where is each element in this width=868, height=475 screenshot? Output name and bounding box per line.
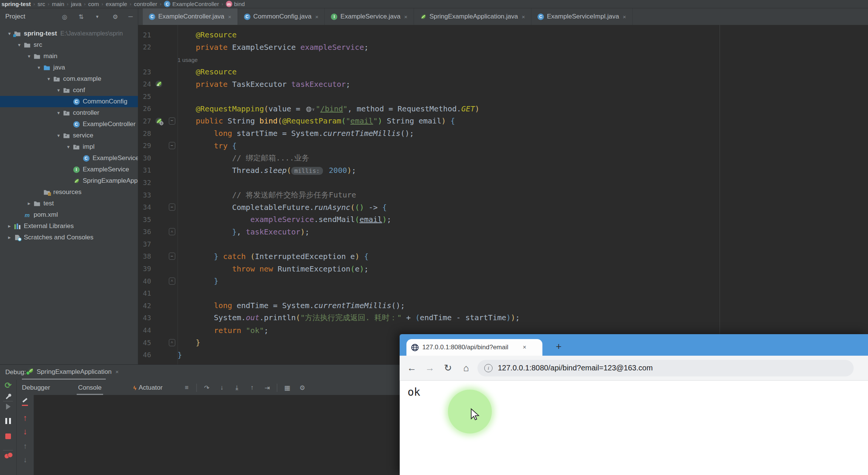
tree-item-resources[interactable]: resources <box>0 187 138 198</box>
locate-icon[interactable]: ◎ <box>62 13 67 20</box>
evaluate-icon[interactable]: ▦ <box>280 384 295 392</box>
breadcrumb-item[interactable]: mbind <box>226 1 245 7</box>
editor-tab[interactable]: SpringExampleApplication.java× <box>414 8 531 25</box>
run-to-cursor-icon[interactable]: ⇥ <box>259 384 275 392</box>
code-line[interactable]: 34− CompletableFuture.runAsync(() -> { <box>138 201 868 213</box>
fold-marker-end[interactable]: ˄ <box>169 339 175 346</box>
usage-hint[interactable]: 1 usage <box>178 57 198 63</box>
rerun-icon[interactable]: ⟳ <box>0 381 16 390</box>
tree-item-conf[interactable]: ▼conf <box>0 85 138 96</box>
tree-item-service[interactable]: ▼service <box>0 130 138 141</box>
tree-item-controller[interactable]: ▼controller <box>0 107 138 119</box>
stop-icon[interactable] <box>0 431 16 441</box>
arrow-up-red-icon[interactable]: ↑ <box>17 413 34 423</box>
bean-icon[interactable]: ➜ <box>155 80 162 88</box>
tree-chevron-right-icon[interactable]: ▶ <box>5 236 14 239</box>
tree-item-exampleservice[interactable]: IExampleService <box>0 164 138 175</box>
url-mapping-icon[interactable]: ∨ <box>306 106 315 112</box>
tab-close-icon[interactable]: × <box>315 14 319 20</box>
collapse-all-icon[interactable]: ⇅ <box>79 13 83 20</box>
tree-chevron-down-icon[interactable]: ▼ <box>25 54 33 59</box>
code-line[interactable]: 24➜ private TaskExecutor taskExecutor; <box>138 78 868 90</box>
code-editor[interactable]: 21 @Resource22 private ExampleService ex… <box>138 25 868 364</box>
code-line[interactable]: 23 @Resource <box>138 66 868 78</box>
info-icon[interactable]: i <box>484 364 493 372</box>
tree-item-test[interactable]: ▶test <box>0 198 138 209</box>
tab-close-icon[interactable]: × <box>404 14 408 20</box>
code-line[interactable]: 21 @Resource <box>138 29 868 41</box>
code-line[interactable]: 36˄ }, taskExecutor); <box>138 226 868 238</box>
browser-tab[interactable]: 127.0.0.1:8080/api/bind?email × <box>406 339 542 356</box>
debug-tab-debugger[interactable]: Debugger <box>17 381 56 395</box>
list-icon[interactable]: ≡ <box>179 384 194 392</box>
step-out-icon[interactable]: ↑ <box>244 384 259 392</box>
editor-tab[interactable]: CExampleController.java× <box>143 8 238 25</box>
code-line[interactable]: 39 throw new RuntimeException(e); <box>138 262 868 275</box>
code-line[interactable]: 28 long startTime = System.currentTimeMi… <box>138 127 868 140</box>
breadcrumb-item[interactable]: com <box>88 1 99 7</box>
code-line[interactable]: 29− try { <box>138 139 868 152</box>
breakpoints-icon[interactable] <box>0 451 16 461</box>
run-config-tab[interactable]: SpringExampleApplication × <box>27 367 119 376</box>
code-line[interactable]: 42 long endTime = System.currentTimeMill… <box>138 299 868 312</box>
tree-item-main[interactable]: ▼main <box>0 51 138 62</box>
home-button[interactable]: ⌂ <box>457 362 475 373</box>
code-line[interactable]: 1 usage <box>138 53 868 66</box>
code-line[interactable]: 25 <box>138 90 868 103</box>
breadcrumb-item[interactable]: main <box>52 1 65 7</box>
fold-marker-open[interactable]: − <box>169 204 175 211</box>
tree-item-spring-test[interactable]: ▼spring-testE:\Java\examples\sprin <box>0 28 138 39</box>
tab-close-icon[interactable]: × <box>523 344 526 351</box>
settings-icon[interactable]: ⚙ <box>113 13 118 20</box>
tab-close-icon[interactable]: × <box>228 14 232 20</box>
tree-item-impl[interactable]: ▼impl <box>0 141 138 153</box>
tree-chevron-down-icon[interactable]: ▼ <box>54 88 63 93</box>
code-line[interactable]: 35 exampleService.sendMail(email); <box>138 213 868 226</box>
fold-marker-open[interactable]: − <box>169 142 175 149</box>
debug-tab-console[interactable]: Console <box>73 381 107 395</box>
tree-chevron-down-icon[interactable]: ▼ <box>5 31 14 36</box>
mapping-icon[interactable] <box>155 117 162 125</box>
editor-tab[interactable]: CExampleServiceImpl.java× <box>531 8 633 25</box>
tree-item-pom-xml[interactable]: mpom.xml <box>0 209 138 221</box>
arrow-up-dim-icon[interactable]: ↑ <box>17 441 34 451</box>
step-over-icon[interactable]: ↷ <box>199 384 214 392</box>
debug-tab-actuator[interactable]: ϟActuator <box>128 381 168 395</box>
tree-item-com-example[interactable]: ▼com.example <box>0 73 138 85</box>
tree-item-scratches-and-consoles[interactable]: ▶🕒Scratches and Consoles <box>0 232 138 243</box>
editor-tab[interactable]: CCommonConfig.java× <box>238 8 325 25</box>
project-panel-header[interactable]: Project ◎ ⇅ ▼ ⚙ ─ <box>0 8 138 25</box>
back-button[interactable]: ← <box>403 362 421 373</box>
fold-marker-end[interactable]: ˄ <box>169 278 175 285</box>
code-line[interactable]: 30 // 绑定邮箱....业务 <box>138 152 868 164</box>
breadcrumb-item[interactable]: CExampleController <box>164 1 219 7</box>
tree-chevron-down-icon[interactable]: ▼ <box>54 111 63 115</box>
browser-page[interactable]: ok <box>400 381 868 475</box>
hide-panel-icon[interactable]: ─ <box>128 13 133 20</box>
breadcrumb-item[interactable]: spring-test <box>2 1 31 7</box>
breadcrumb-item[interactable]: src <box>38 1 45 7</box>
new-tab-button[interactable]: + <box>552 339 565 353</box>
code-line[interactable]: 27− public String bind(@RequestParam("em… <box>138 115 868 127</box>
tree-item-src[interactable]: ▼src <box>0 39 138 51</box>
chevron-down-icon[interactable]: ▼ <box>95 14 99 19</box>
wrench-icon[interactable] <box>0 391 16 401</box>
tree-chevron-right-icon[interactable]: ▶ <box>5 224 14 228</box>
console-output[interactable] <box>34 395 400 475</box>
pause-icon[interactable] <box>0 416 16 426</box>
breadcrumb-item[interactable]: controller <box>134 1 158 7</box>
browser-titlebar[interactable]: 127.0.0.1:8080/api/bind?email × + <box>400 334 868 356</box>
code-line[interactable]: 37 <box>138 238 868 250</box>
tree-chevron-down-icon[interactable]: ▼ <box>64 145 73 149</box>
arrow-down-dim-icon[interactable]: ↓ <box>17 455 34 464</box>
breadcrumb-item[interactable]: java <box>71 1 82 7</box>
hotswap-icon[interactable] <box>17 398 34 408</box>
code-line[interactable]: 38− } catch (InterruptedException e) { <box>138 250 868 263</box>
editor-tab[interactable]: IExampleService.java× <box>325 8 414 25</box>
code-line[interactable]: 40˄ } <box>138 275 868 287</box>
tree-chevron-right-icon[interactable]: ▶ <box>25 202 33 205</box>
tree-chevron-down-icon[interactable]: ▼ <box>54 133 63 138</box>
code-line[interactable]: 43 System.out.println("方法执行完成返回. 耗时：" + … <box>138 312 868 324</box>
code-line[interactable]: 31 Thread.sleep(millis: 2000); <box>138 164 868 177</box>
fold-marker-open[interactable]: − <box>169 117 175 125</box>
